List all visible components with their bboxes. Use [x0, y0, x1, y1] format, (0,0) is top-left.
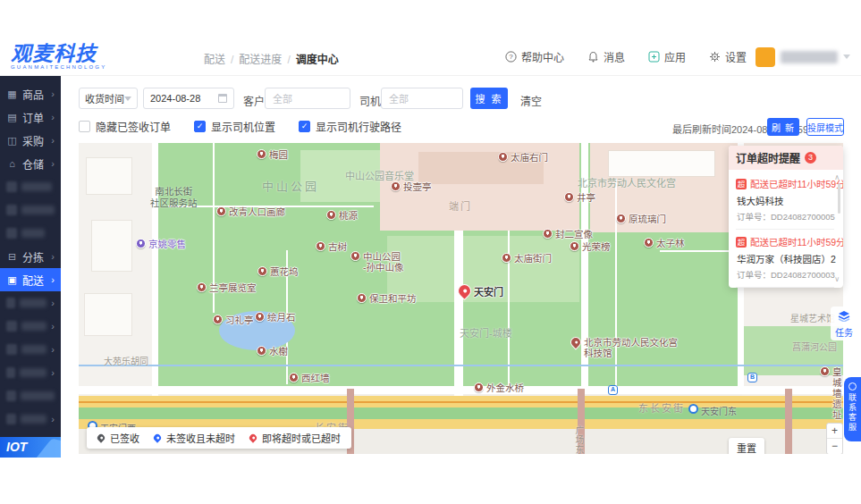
zoom-in-button[interactable]: +: [827, 424, 842, 439]
sidebar-item-采购[interactable]: ◫采购›: [0, 129, 61, 152]
map-poi-redpin[interactable]: 天安门: [458, 284, 503, 298]
map-poi-metro[interactable]: 天安门东: [688, 404, 737, 417]
sidebar-icon-redacted: [6, 228, 17, 239]
map-poi-poi[interactable]: 中山公园 -孙中山像: [350, 251, 404, 273]
map-poi-purple[interactable]: 京姚零售: [136, 239, 186, 249]
map-road-axis: [454, 231, 463, 396]
poi-label: 京姚零售: [148, 239, 186, 249]
map-poi-poi[interactable]: 兰亭展览室: [197, 282, 257, 293]
map-poi-pin[interactable]: 北京市劳动人民文化宫 科技馆: [570, 337, 678, 358]
scroll-down-icon[interactable]: ∨: [834, 275, 840, 283]
avatar[interactable]: [755, 47, 775, 67]
iot-banner[interactable]: IOT: [0, 437, 61, 458]
sidebar-item-分拣[interactable]: ⊟分拣›: [0, 245, 61, 268]
map-poi-poi[interactable]: 原琉璃门: [616, 214, 666, 224]
poi-label: 兰亭展览室: [209, 282, 257, 293]
toggle-2[interactable]: ✓显示司机行驶路径: [299, 119, 401, 134]
map-poi-poi[interactable]: 井亭: [564, 192, 595, 203]
customer-service-button[interactable]: 联系客服: [844, 377, 861, 441]
checkbox[interactable]: [79, 121, 90, 132]
legend-item: 未签收且未超时: [154, 431, 235, 445]
map-poi-poi[interactable]: 西红墙: [289, 373, 330, 383]
brand-logo[interactable]: 观麦科技 GUANMAITECHNOLOGY: [11, 43, 106, 70]
username-redacted: [781, 51, 838, 63]
map-poi-poi[interactable]: 太子林: [644, 238, 685, 248]
cast-mode-button[interactable]: 投屏模式: [806, 118, 844, 136]
map-area-label: 东长安街: [638, 400, 685, 415]
map-poi-poi[interactable]: 太庙右门: [498, 152, 548, 163]
chevron-right-icon: ›: [51, 414, 55, 424]
refresh-button[interactable]: 刷 新: [767, 118, 799, 136]
alert-panel-header: 订单超时提醒 3: [729, 146, 843, 170]
map-poi-linebadge[interactable]: A: [608, 385, 618, 395]
search-button[interactable]: 搜 索: [470, 88, 508, 109]
sidebar-item-redacted[interactable]: [0, 384, 61, 407]
sidebar-item-配送[interactable]: ▣配送›: [0, 268, 61, 291]
header-menu-apps[interactable]: 应用: [648, 49, 686, 64]
map-poi-poi[interactable]: 外金水桥: [474, 382, 524, 393]
sidebar-item-仓储[interactable]: ⌂仓储›: [0, 152, 61, 175]
sidebar-item-订单[interactable]: ▤订单›: [0, 105, 61, 129]
toggle-0[interactable]: 隐藏已签收订单: [79, 119, 171, 134]
header-menu-gear[interactable]: 设置: [709, 49, 747, 64]
checkbox-checked[interactable]: ✓: [194, 121, 206, 132]
breadcrumb-item[interactable]: 配送进度: [239, 54, 282, 66]
sidebar-item-redacted[interactable]: [0, 175, 61, 198]
checkbox-checked[interactable]: ✓: [299, 121, 310, 132]
sidebar-item-redacted[interactable]: ›: [0, 291, 61, 315]
map-reset-button[interactable]: 重置: [729, 438, 764, 454]
scrollbar-thumb[interactable]: [838, 183, 840, 214]
sidebar-item-redacted[interactable]: ›: [0, 361, 61, 384]
apps-icon: [648, 51, 660, 63]
purchase-icon: ◫: [6, 135, 18, 147]
map-area-label: 星城艺术馆: [790, 311, 835, 324]
scroll-up-icon[interactable]: ∧: [834, 173, 840, 181]
map-poi-poi[interactable]: 改青人口画廊: [216, 206, 285, 217]
goods-icon: ▦: [6, 88, 18, 100]
sidebar-item-redacted[interactable]: [0, 222, 61, 245]
header-menu-help[interactable]: ?帮助中心: [505, 49, 564, 64]
chevron-down-icon[interactable]: [843, 55, 850, 59]
poi-marker-icon: [316, 241, 325, 251]
map-poi-poi[interactable]: 保卫和平坊: [357, 293, 417, 304]
map-poi-poi[interactable]: 桃源: [326, 210, 358, 221]
map-poi-poi[interactable]: 古树: [316, 241, 347, 252]
map-poi-poi[interactable]: 习礼亭: [213, 315, 254, 325]
calendar-icon: [218, 94, 227, 103]
chevron-right-icon: ›: [51, 158, 55, 169]
map-road: [79, 386, 843, 394]
sidebar-item-redacted[interactable]: ›: [0, 338, 61, 361]
alert-order-no: 订单号：DD24082700003: [737, 268, 834, 281]
map-poi-poi[interactable]: 皇城墙遗址: [820, 366, 843, 420]
header-menu-bell[interactable]: 消息: [587, 49, 625, 64]
map-poi-poi[interactable]: 封二宣像: [543, 229, 593, 239]
task-widget[interactable]: 任务: [831, 307, 857, 340]
customer-input[interactable]: 全部: [265, 88, 350, 109]
map-poi-poi[interactable]: 蕙花坞: [257, 266, 299, 277]
sidebar: ▦商品›▤订单›◫采购›⌂仓储›⊟分拣›▣配送››››››: [0, 76, 61, 458]
map-poi-poi[interactable]: 梅园: [257, 149, 288, 160]
map-poi-poi[interactable]: 太庙街门: [502, 253, 552, 264]
driver-input[interactable]: 全部: [381, 88, 463, 109]
zoom-out-button[interactable]: −: [827, 439, 842, 454]
toggle-label: 显示司机行驶路径: [316, 119, 401, 134]
time-type-select[interactable]: 收货时间: [79, 88, 138, 109]
map-poi-text[interactable]: 南北长街 社区服务站: [150, 186, 198, 209]
sidebar-item-商品[interactable]: ▦商品›: [0, 82, 61, 105]
map-poi-poi[interactable]: 绘月石: [255, 312, 296, 323]
clear-button[interactable]: 清空: [520, 93, 542, 108]
breadcrumb-item[interactable]: 调度中心: [296, 54, 339, 66]
alert-item[interactable]: 超配送已超时11小时59分华润万家（科技园店）2订单号：DD2408270000…: [736, 230, 834, 288]
toggle-1[interactable]: ✓显示司机位置: [194, 119, 275, 134]
alert-item[interactable]: 超配送已超时11小时59分钱大妈科技订单号：DD24082700005: [736, 172, 834, 230]
date-input[interactable]: 2024-08-28: [143, 88, 234, 109]
map-poi-poi[interactable]: 水榭: [257, 346, 288, 357]
sidebar-item-redacted[interactable]: ›: [0, 315, 61, 338]
map-poi-poi[interactable]: 光荣榜: [570, 241, 611, 252]
sidebar-item-label: 仓储: [22, 156, 44, 172]
map-poi-poi[interactable]: 投壶亭: [391, 181, 432, 192]
map-poi-linebadge[interactable]: B: [747, 373, 757, 382]
sidebar-item-redacted[interactable]: [0, 198, 61, 222]
sidebar-item-redacted[interactable]: ›: [0, 407, 61, 431]
breadcrumb-item[interactable]: 配送: [204, 54, 225, 66]
